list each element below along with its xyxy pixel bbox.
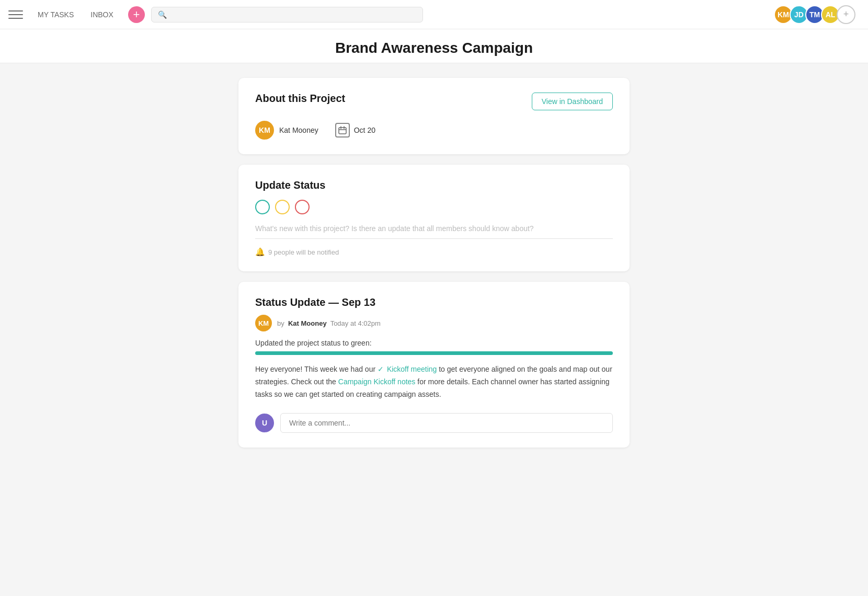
status-circles xyxy=(255,200,613,214)
update-timestamp: Today at 4:02pm xyxy=(330,319,381,327)
update-status-title: Update Status xyxy=(255,179,613,191)
update-meta: KM by Kat Mooney Today at 4:02pm xyxy=(255,315,613,331)
owner-name: Kat Mooney xyxy=(279,126,318,134)
project-due-date: Oct 20 xyxy=(335,123,375,137)
project-meta: KM Kat Mooney Oct 20 xyxy=(255,121,613,140)
update-body-part1: Hey everyone! This week we had our xyxy=(255,365,378,373)
comment-input[interactable] xyxy=(280,413,613,433)
about-card-title: About this Project xyxy=(255,93,345,105)
inbox-link[interactable]: INBOX xyxy=(84,7,120,22)
check-icon: ✓ xyxy=(378,365,384,373)
status-update-title: Status Update — Sep 13 xyxy=(255,296,613,308)
owner-avatar: KM xyxy=(255,121,274,140)
status-red-circle[interactable] xyxy=(295,200,310,214)
update-status-card: Update Status What's new with this proje… xyxy=(238,165,630,271)
svg-rect-0 xyxy=(339,128,346,134)
status-update-card: Status Update — Sep 13 KM by Kat Mooney … xyxy=(238,282,630,448)
status-green-circle[interactable] xyxy=(255,200,270,214)
add-button[interactable]: + xyxy=(128,6,145,23)
my-tasks-link[interactable]: MY TASKS xyxy=(31,7,80,22)
status-yellow-circle[interactable] xyxy=(275,200,290,214)
view-dashboard-button[interactable]: View in Dashboard xyxy=(532,93,613,110)
search-input[interactable] xyxy=(171,10,416,19)
update-status-text: Updated the project status to green: xyxy=(255,339,613,347)
by-label: by xyxy=(277,319,284,327)
green-progress-bar xyxy=(255,351,613,355)
team-avatars: KM JD TM AL + xyxy=(774,5,855,24)
status-placeholder-text: What's new with this project? Is there a… xyxy=(255,224,534,233)
kickoff-meeting-link[interactable]: Kickoff meeting xyxy=(387,365,437,373)
nav-links: MY TASKS INBOX xyxy=(31,7,120,22)
bell-icon: 🔔 xyxy=(255,247,265,257)
update-author-name: Kat Mooney xyxy=(288,319,327,327)
update-author-avatar: KM xyxy=(255,315,272,331)
search-bar: 🔍 xyxy=(151,7,423,22)
project-header: Brand Awareness Campaign xyxy=(0,29,868,63)
notification-text: 9 people will be notified xyxy=(268,248,339,256)
project-title-row: Brand Awareness Campaign xyxy=(0,40,868,63)
main-content: About this Project View in Dashboard KM … xyxy=(230,63,638,462)
about-card-header: About this Project View in Dashboard xyxy=(255,93,613,110)
notification-row: 🔔 9 people will be notified xyxy=(255,247,613,257)
about-project-card: About this Project View in Dashboard KM … xyxy=(238,78,630,154)
comment-section: U xyxy=(255,403,613,433)
top-navigation: MY TASKS INBOX + 🔍 KM JD TM AL + xyxy=(0,0,868,29)
due-date-text: Oct 20 xyxy=(354,126,375,134)
status-input-area[interactable]: What's new with this project? Is there a… xyxy=(255,224,613,239)
project-owner: KM Kat Mooney xyxy=(255,121,318,140)
calendar-icon xyxy=(335,123,350,137)
campaign-notes-link[interactable]: Campaign Kickoff notes xyxy=(338,377,416,386)
add-member-button[interactable]: + xyxy=(837,5,855,24)
comment-user-avatar: U xyxy=(255,414,274,432)
project-title: Brand Awareness Campaign xyxy=(335,40,533,56)
update-byline: by Kat Mooney Today at 4:02pm xyxy=(277,319,381,327)
hamburger-menu-icon[interactable] xyxy=(8,7,23,22)
search-icon: 🔍 xyxy=(158,10,167,19)
update-body: Hey everyone! This week we had our ✓ Kic… xyxy=(255,363,613,400)
